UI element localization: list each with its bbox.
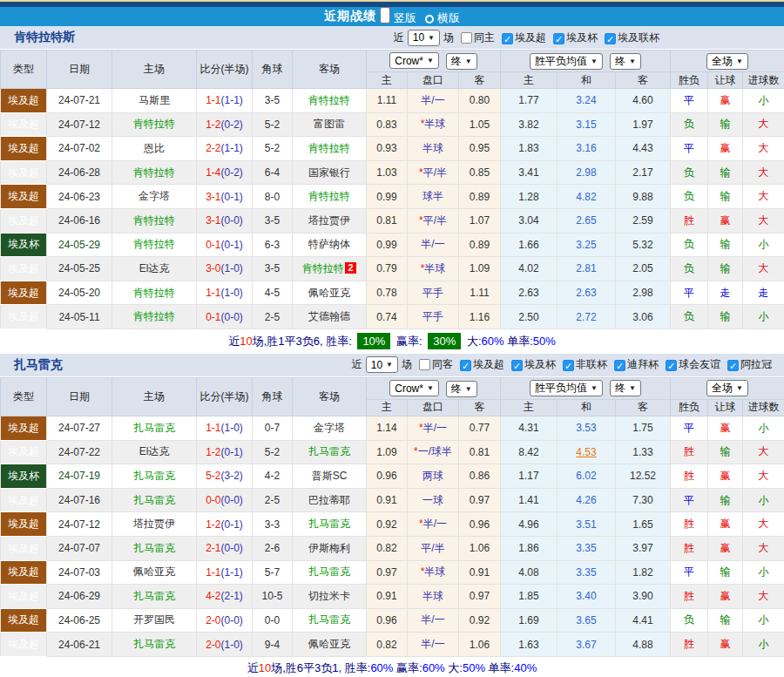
recent-count-select[interactable]: 10▼	[408, 30, 440, 46]
competition-label[interactable]: 迪拜杯	[627, 358, 659, 370]
summary-segment: 10%	[357, 333, 390, 349]
away-team: 伊斯梅利	[293, 536, 367, 560]
avg-source-select[interactable]: 胜平负均值▼	[530, 53, 603, 70]
avg-draw-value[interactable]: 4.53	[576, 446, 596, 458]
recent-count-select[interactable]: 10▼	[366, 356, 398, 373]
halftime-score: (0-0)	[221, 614, 243, 626]
corners: 10-5	[253, 585, 293, 609]
summary-segment: 单率:	[485, 661, 514, 674]
competition-checkbox[interactable]: ✓	[614, 360, 625, 371]
avg-time-select[interactable]: 终▼	[610, 53, 641, 70]
corners: 5-2	[253, 440, 293, 464]
halftime-score: (2-1)	[221, 590, 243, 602]
odds-select-group: Crow*▼终▼	[367, 377, 501, 399]
away-team: 塔拉贾伊	[293, 208, 367, 233]
venue-label[interactable]: 同主	[474, 30, 495, 45]
avg-time-select[interactable]: 终▼	[610, 380, 641, 396]
layout-radio-label[interactable]: 竖版	[394, 11, 416, 24]
goals-outcome: 大	[743, 464, 784, 489]
competition-checkbox[interactable]: ✓	[511, 360, 523, 371]
goals-outcome: 小	[743, 305, 784, 329]
subcol-goals: 进球数	[743, 72, 784, 89]
competition-label[interactable]: 埃及超	[515, 31, 546, 44]
handicap: 一球	[408, 488, 459, 512]
competition-label[interactable]: 埃及超	[473, 358, 504, 370]
avg-home-odds: 1.17	[501, 464, 558, 489]
goals-outcome: 小	[743, 560, 784, 585]
page-title: 近期战绩	[324, 9, 376, 24]
match-date: 24-07-21	[47, 89, 112, 113]
chevron-down-icon: ▼	[427, 384, 434, 392]
venue-checkbox[interactable]	[461, 32, 472, 44]
avg-draw-value: 2.65	[576, 214, 596, 227]
home-team: 肯特拉特	[112, 233, 197, 257]
subcol-odds-home: 主	[367, 399, 408, 416]
competition-checkbox[interactable]: ✓	[502, 33, 513, 44]
competition-label[interactable]: 埃及杯	[524, 358, 556, 370]
corners: 3-5	[253, 208, 293, 233]
handicap-outcome: 输	[708, 560, 743, 585]
away-odds: 0.77	[459, 416, 501, 440]
competition-checkbox[interactable]: ✓	[553, 33, 564, 44]
goals-outcome: 小	[743, 608, 784, 633]
venue-checkbox[interactable]	[419, 359, 430, 370]
avg-away-odds: 3.06	[616, 305, 671, 329]
competition-label[interactable]: 埃及杯	[566, 31, 598, 44]
home-team: 肯特拉特	[112, 305, 197, 329]
competition-label[interactable]: 阿拉冠	[740, 358, 772, 370]
odds-source-select[interactable]: Crow*▼	[389, 380, 439, 396]
avg-draw-value: 3.40	[576, 590, 596, 602]
avg-draw-odds: 4.82	[558, 185, 616, 209]
summary-segment: 40%	[514, 661, 537, 674]
halftime-score: (0-0)	[221, 542, 243, 554]
odds-time-select[interactable]: 终▼	[446, 381, 477, 397]
games-label: 场	[402, 357, 412, 372]
handicap-value: 一球	[422, 494, 443, 506]
column-header-home: 主场	[112, 377, 197, 416]
competition-checkbox[interactable]: ✓	[605, 33, 616, 44]
match-row: 埃及超24-07-12塔拉贾伊1-2(0-1)3-3扎马雷克0.92*半/一0.…	[1, 512, 784, 537]
handicap-value: 半球	[422, 142, 443, 154]
home-odds: 0.96	[367, 608, 408, 633]
fulltime-score: 3-1	[206, 214, 220, 227]
away-team: 肯特拉特	[293, 89, 367, 113]
competition-label[interactable]: 埃及联杯	[618, 31, 659, 44]
match-date: 24-05-25	[47, 257, 112, 281]
layout-radio-selected[interactable]	[380, 7, 390, 24]
corners: 4-2	[253, 464, 293, 489]
competition-checkbox[interactable]: ✓	[563, 360, 574, 371]
layout-radio-label[interactable]: 横版	[437, 11, 460, 24]
home-odds: 0.83	[367, 112, 408, 137]
layout-radio-option[interactable]	[425, 15, 434, 24]
odds-source-select[interactable]: Crow*▼	[389, 52, 439, 69]
competition-label[interactable]: 球会友谊	[679, 358, 720, 370]
away-odds: 0.81	[459, 440, 501, 464]
avg-draw-odds: 2.98	[558, 160, 616, 185]
avg-draw-odds: 3.67	[558, 633, 616, 657]
handicap: 平手	[408, 305, 459, 329]
competition-checkbox[interactable]: ✓	[460, 360, 471, 371]
odds-time-select[interactable]: 终▼	[446, 53, 477, 70]
handicap-outcome: 赢	[708, 137, 743, 161]
scope-select[interactable]: 全场▼	[706, 53, 748, 70]
home-team: 开罗国民	[112, 608, 197, 633]
goals-outcome: 大	[743, 440, 784, 464]
avg-draw-value: 4.26	[576, 494, 596, 506]
match-date: 24-07-02	[47, 137, 112, 161]
competition-checkbox[interactable]: ✓	[727, 360, 739, 371]
avg-draw-value: 3.24	[576, 94, 596, 106]
competition-type: 埃及超	[1, 257, 47, 281]
away-team: 佩哈亚克	[293, 281, 367, 305]
halftime-score: (0-2)	[221, 118, 243, 131]
handicap: 半/一	[408, 633, 459, 657]
venue-label[interactable]: 同客	[432, 357, 453, 372]
competition-checkbox[interactable]: ✓	[666, 360, 677, 371]
scope-select[interactable]: 全场▼	[706, 380, 748, 396]
handicap-value: 半球	[424, 565, 445, 578]
avg-home-odds: 4.02	[501, 257, 558, 281]
team-name: 肯特拉特斯	[14, 30, 75, 45]
competition-label[interactable]: 非联杯	[576, 358, 607, 370]
avg-draw-odds[interactable]: 4.53	[558, 440, 616, 464]
avg-source-select[interactable]: 胜平负均值▼	[530, 380, 603, 396]
home-odds: 1.11	[367, 89, 408, 113]
